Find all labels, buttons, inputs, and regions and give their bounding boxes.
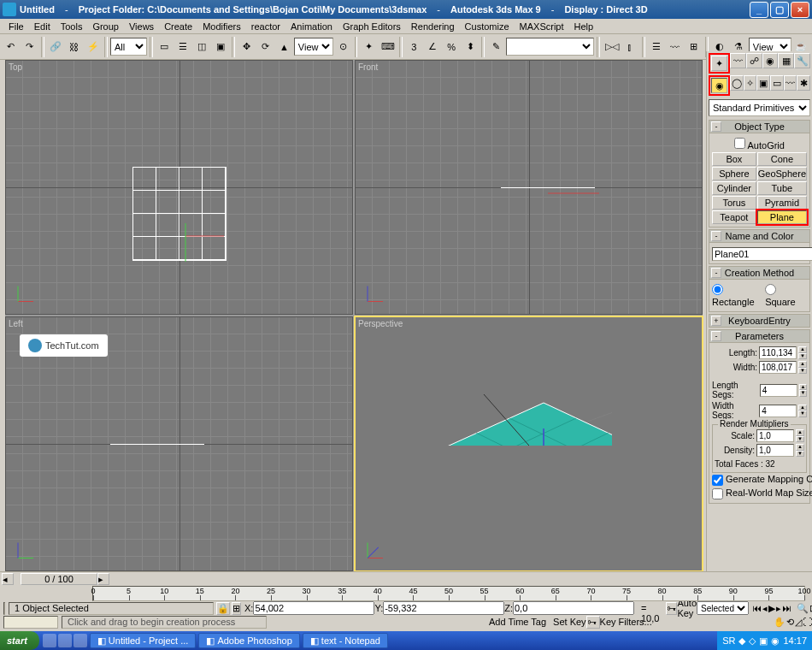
macro-recorder-box[interactable] bbox=[3, 602, 5, 615]
named-selection-dropdown[interactable] bbox=[506, 38, 594, 56]
taskbar-item-3dsmax[interactable]: ◧ Untitled - Project ... bbox=[90, 633, 197, 648]
edit-named-sel-button[interactable]: ✎ bbox=[487, 37, 505, 57]
abs-rel-icon[interactable]: ⊞ bbox=[232, 602, 241, 615]
scale-input[interactable] bbox=[756, 429, 794, 442]
y-coord-input[interactable] bbox=[383, 601, 504, 615]
create-tab[interactable]: ✦ bbox=[711, 56, 727, 71]
scale-button[interactable]: ▲ bbox=[275, 37, 293, 57]
menu-maxscript[interactable]: MAXScript bbox=[515, 21, 569, 32]
lights-tab[interactable]: ✧ bbox=[744, 75, 757, 91]
select-region-button[interactable]: ◫ bbox=[193, 37, 211, 57]
teapot-button[interactable]: Teapot bbox=[712, 210, 756, 224]
curve-editor-button[interactable]: 〰 bbox=[667, 37, 685, 57]
tray-icon[interactable]: ◆ bbox=[738, 635, 745, 647]
key-selected-dropdown[interactable]: Selected bbox=[697, 601, 749, 615]
set-key-button[interactable]: Set Key bbox=[553, 617, 586, 627]
cylinder-button[interactable]: Cylinder bbox=[712, 181, 756, 195]
goto-end-button[interactable]: ⏭ bbox=[782, 603, 791, 614]
undo-button[interactable]: ↶ bbox=[2, 37, 20, 57]
ql-desktop-icon[interactable] bbox=[74, 634, 87, 647]
play-button[interactable]: ▶ bbox=[768, 603, 775, 614]
unlink-button[interactable]: ⛓ bbox=[65, 37, 83, 57]
object-type-header[interactable]: -Object Type bbox=[709, 120, 810, 133]
modify-tab[interactable]: 〰 bbox=[730, 53, 746, 68]
lsegs-spinner[interactable]: ▲▼ bbox=[799, 384, 807, 397]
autogrid-checkbox[interactable]: AutoGrid bbox=[712, 136, 807, 152]
clock[interactable]: 14:17 bbox=[783, 635, 807, 646]
cameras-tab[interactable]: ▣ bbox=[756, 75, 770, 91]
maximize-viewport-button[interactable]: ⛶ bbox=[803, 617, 812, 628]
viewport-front[interactable]: Front bbox=[355, 60, 703, 315]
square-radio[interactable]: Square bbox=[765, 284, 807, 307]
language-indicator[interactable]: SR bbox=[722, 635, 735, 646]
link-button[interactable]: 🔗 bbox=[47, 37, 65, 57]
helpers-tab[interactable]: ▭ bbox=[770, 75, 784, 91]
menu-group[interactable]: Group bbox=[87, 21, 124, 32]
tray-icon[interactable]: ◇ bbox=[749, 635, 756, 647]
width-input[interactable] bbox=[759, 361, 797, 374]
width-spinner[interactable]: ▲▼ bbox=[798, 361, 807, 374]
length-spinner[interactable]: ▲▼ bbox=[798, 346, 807, 359]
x-coord-input[interactable] bbox=[253, 601, 374, 615]
menu-tools[interactable]: Tools bbox=[56, 21, 88, 32]
angle-snap-button[interactable]: ∠ bbox=[424, 37, 442, 57]
viewport-top[interactable]: Top bbox=[5, 60, 353, 315]
redo-button[interactable]: ↷ bbox=[21, 37, 38, 57]
creation-method-header[interactable]: -Creation Method bbox=[709, 266, 810, 280]
motion-tab[interactable]: ◉ bbox=[762, 53, 779, 68]
menu-grapheditors[interactable]: Graph Editors bbox=[338, 21, 406, 32]
realworld-checkbox[interactable] bbox=[712, 488, 723, 499]
minimize-button[interactable]: _ bbox=[750, 2, 768, 18]
density-input[interactable] bbox=[756, 444, 794, 457]
pivot-center-button[interactable]: ⊙ bbox=[334, 37, 352, 57]
length-input[interactable] bbox=[759, 346, 797, 359]
tube-button[interactable]: Tube bbox=[757, 181, 807, 195]
align-button[interactable]: ⫿ bbox=[621, 37, 639, 57]
gen-mapping-checkbox[interactable] bbox=[712, 475, 723, 486]
menu-help[interactable]: Help bbox=[569, 21, 599, 32]
key-filters-button[interactable]: Key Filters... bbox=[600, 617, 652, 627]
close-button[interactable]: × bbox=[791, 2, 809, 18]
rectangle-radio[interactable]: Rectangle bbox=[712, 284, 765, 307]
name-color-header[interactable]: -Name and Color bbox=[709, 229, 810, 243]
sphere-button[interactable]: Sphere bbox=[712, 167, 756, 180]
utilities-tab[interactable]: 🔧 bbox=[794, 53, 810, 68]
menu-animation[interactable]: Animation bbox=[285, 21, 338, 32]
snap-toggle-button[interactable]: 3 bbox=[405, 37, 423, 57]
zoom-button[interactable]: 🔍 bbox=[797, 603, 809, 614]
menu-rendering[interactable]: Rendering bbox=[406, 21, 460, 32]
mirror-button[interactable]: ▷◁ bbox=[603, 37, 621, 57]
spacewarps-tab[interactable]: 〰 bbox=[784, 75, 797, 91]
menu-reactor[interactable]: reactor bbox=[246, 21, 285, 32]
move-button[interactable]: ✥ bbox=[238, 37, 256, 57]
next-frame-button[interactable]: ▸ bbox=[776, 603, 781, 614]
width-segs-input[interactable] bbox=[759, 405, 797, 417]
torus-button[interactable]: Torus bbox=[712, 196, 756, 210]
viewport-left[interactable]: Left TechTut.com bbox=[5, 316, 353, 571]
maximize-button[interactable]: ▢ bbox=[770, 2, 789, 18]
transform-gizmo[interactable] bbox=[544, 180, 612, 206]
category-dropdown[interactable]: Standard Primitives bbox=[709, 99, 810, 116]
menu-create[interactable]: Create bbox=[159, 21, 197, 32]
layer-manager-button[interactable]: ☰ bbox=[648, 37, 666, 57]
geosphere-button[interactable]: GeoSphere bbox=[757, 167, 807, 180]
wsegs-spinner[interactable]: ▲▼ bbox=[798, 405, 807, 417]
keyboard-shortcut-button[interactable]: ⌨ bbox=[379, 37, 397, 57]
hierarchy-tab[interactable]: ☍ bbox=[746, 53, 762, 68]
window-crossing-button[interactable]: ▣ bbox=[212, 37, 230, 57]
start-button[interactable]: start bbox=[0, 631, 39, 650]
z-coord-input[interactable] bbox=[513, 601, 634, 615]
ql-ie-icon[interactable] bbox=[43, 634, 56, 647]
menu-file[interactable]: File bbox=[3, 21, 29, 32]
key-icon[interactable]: 🗝 bbox=[586, 616, 600, 629]
manipulate-button[interactable]: ✦ bbox=[360, 37, 378, 57]
menu-modifiers[interactable]: Modifiers bbox=[197, 21, 246, 32]
arc-rotate-button[interactable]: ⟲ bbox=[786, 617, 794, 628]
time-next-button[interactable]: ▸ bbox=[97, 573, 109, 585]
prev-frame-button[interactable]: ◂ bbox=[762, 603, 768, 614]
taskbar-item-photoshop[interactable]: ◧ Adobe Photoshop bbox=[198, 633, 299, 648]
key-mode-icon[interactable]: 🗝 bbox=[666, 602, 677, 615]
menu-customize[interactable]: Customize bbox=[460, 21, 515, 32]
viewport-perspective[interactable]: Perspective bbox=[355, 316, 703, 571]
bind-spacewarp-button[interactable]: ⚡ bbox=[84, 37, 102, 57]
